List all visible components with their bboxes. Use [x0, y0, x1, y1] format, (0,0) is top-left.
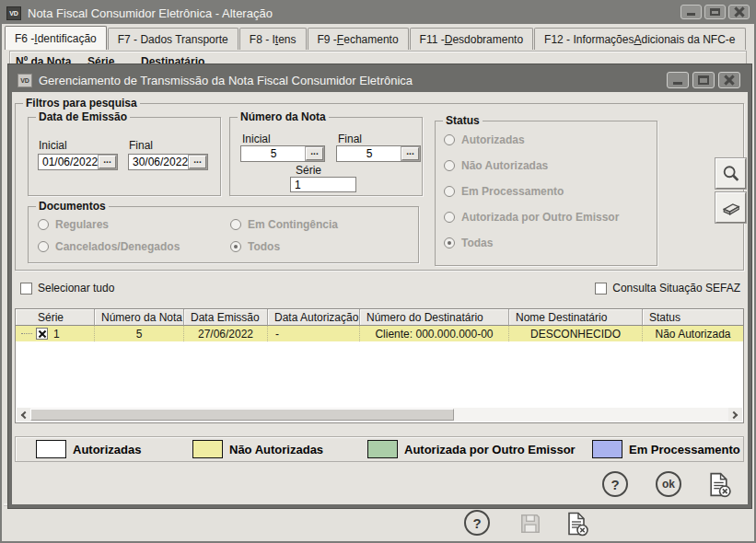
note-initial-field[interactable]: 5 ... — [240, 145, 325, 162]
note-final-field[interactable]: 5 ... — [336, 145, 421, 162]
tab-itens[interactable]: F8 - Itens — [239, 28, 307, 50]
dialog-close-button[interactable] — [718, 72, 740, 88]
maximize-button[interactable] — [704, 5, 726, 19]
scroll-left-button[interactable] — [17, 408, 30, 422]
column-header-numero-nota[interactable]: Número da Nota — [95, 309, 184, 326]
document-x-icon — [705, 471, 732, 498]
dialog-help-button[interactable]: ? — [602, 471, 628, 497]
radio-selected-icon — [444, 237, 455, 248]
radio-icon — [444, 186, 455, 197]
status-group: Status Autorizadas Não Autorizadas Em Pr… — [435, 121, 657, 266]
cell-nome-destinatario: DESCONHECIDO — [509, 326, 643, 341]
radio-icon — [444, 212, 455, 223]
status-radio-autorizadas: Autorizadas — [444, 133, 525, 146]
documents-radio-todos: Todos — [230, 240, 280, 253]
main-bottom-toolbar: ? — [4, 505, 752, 539]
maximize-icon — [698, 75, 709, 85]
transmission-dialog: VD Gerenciamento de Transmissão da Nota … — [8, 64, 751, 508]
dialog-minimize-button[interactable] — [667, 72, 689, 88]
tab-bar: F6 - Identificação F7 - Dados Transporte… — [5, 26, 751, 50]
status-radio-todas: Todas — [444, 237, 493, 249]
dialog-ok-button[interactable]: ok — [656, 471, 681, 497]
legend-swatch-autorizada-outro-emissor — [367, 440, 398, 458]
column-header-data-emissao[interactable]: Data Emissão — [184, 309, 268, 326]
dialog-app-icon: VD — [17, 74, 32, 87]
floppy-disk-icon — [518, 512, 542, 536]
dialog-title: Gerenciamento de Transmissão da Nota Fis… — [39, 74, 413, 87]
series-label: Série — [296, 164, 321, 177]
cell-data-emissao: 27/06/2022 — [184, 326, 268, 341]
tab-fechamento[interactable]: F9 - Fechamento — [308, 28, 409, 50]
search-button[interactable] — [715, 158, 746, 189]
cancel-document-button[interactable] — [562, 510, 591, 537]
clear-button[interactable] — [715, 192, 746, 223]
series-field[interactable]: 1 — [290, 177, 356, 192]
radio-icon — [444, 134, 455, 145]
emission-final-picker-button[interactable]: ... — [189, 156, 206, 168]
screen: VD Nota Fiscal Consumidor Eletrônica - A… — [0, 0, 756, 543]
help-button[interactable]: ? — [464, 510, 490, 536]
table-header: Série Número da Nota Data Emissão Data A… — [16, 309, 743, 326]
cell-serie: 1 — [16, 326, 95, 341]
emission-initial-field[interactable]: 01/06/2022 ... — [38, 154, 118, 170]
legend-swatch-nao-autorizadas — [192, 440, 223, 458]
chevron-right-icon — [730, 410, 738, 418]
horizontal-scrollbar[interactable] — [17, 408, 742, 422]
cell-status: Não Autorizada — [643, 326, 743, 341]
emission-initial-label: Inicial — [39, 139, 67, 152]
scroll-right-button[interactable] — [728, 408, 742, 422]
minimize-icon — [673, 82, 682, 85]
minimize-button[interactable] — [680, 5, 702, 19]
column-header-nome-destinatario[interactable]: Nome Destinatário — [509, 309, 643, 326]
tree-expand-dots-icon — [21, 333, 32, 334]
minimize-icon — [687, 13, 695, 16]
search-icon — [721, 164, 741, 184]
select-all-checkbox[interactable] — [20, 283, 32, 295]
note-final-picker-button[interactable]: ... — [401, 147, 419, 160]
eraser-icon — [721, 198, 741, 218]
documents-radio-cancelados-denegados: Cancelados/Denegados — [38, 240, 180, 253]
note-number-group-title: Número da Nota — [238, 110, 329, 123]
dialog-cancel-document-button[interactable] — [704, 470, 733, 498]
maximize-icon — [710, 8, 720, 16]
radio-icon — [444, 160, 455, 171]
status-radio-autorizada-outro-emissor: Autorizada por Outro Emissor — [444, 211, 619, 224]
note-initial-picker-button[interactable]: ... — [306, 147, 323, 160]
tab-informacoes-adicionais[interactable]: F12 - Informações Adicionais da NFC-e — [534, 28, 745, 50]
note-initial-label: Inicial — [242, 133, 271, 145]
dialog-maximize-button[interactable] — [692, 72, 715, 88]
column-header-numero-destinatario[interactable]: Número do Destinatário — [360, 309, 509, 326]
column-header-data-autorizacao[interactable]: Data Autorização — [268, 309, 360, 326]
documents-radio-regulares: Regulares — [38, 218, 109, 231]
scrollbar-thumb[interactable] — [30, 409, 454, 421]
status-radio-em-processamento: Em Processamento — [444, 185, 564, 198]
emission-final-field[interactable]: 30/06/2022 ... — [128, 154, 208, 170]
sefaz-label: Consulta Situação SEFAZ — [612, 282, 740, 295]
select-all-label: Selecionar tudo — [38, 282, 114, 295]
tab-dados-transporte[interactable]: F7 - Dados Transporte — [108, 28, 238, 50]
emission-initial-picker-button[interactable]: ... — [99, 156, 116, 168]
note-number-group: Número da Nota Inicial 5 ... Final 5 ...… — [229, 117, 423, 196]
table-row[interactable]: 1 5 27/06/2022 - Cliente: 000.000.000-00… — [16, 326, 743, 341]
document-x-icon — [564, 511, 589, 537]
close-button[interactable] — [728, 5, 750, 19]
cell-numero-destinatario: Cliente: 000.000.000-00 — [360, 326, 509, 341]
column-header-status[interactable]: Status — [643, 309, 743, 326]
status-group-title: Status — [443, 114, 483, 127]
legend-label-nao-autorizadas: Não Autorizadas — [229, 443, 323, 456]
emission-date-group-title: Data de Emissão — [36, 110, 130, 123]
tab-identificacao[interactable]: F6 - Identificação — [5, 26, 107, 50]
sefaz-checkbox[interactable] — [595, 283, 607, 295]
row-checkbox-checked[interactable] — [36, 328, 48, 340]
radio-icon — [38, 241, 49, 252]
save-button-disabled — [516, 510, 545, 537]
main-window-titlebar: VD Nota Fiscal Consumidor Eletrônica - A… — [2, 2, 754, 24]
emission-final-label: Final — [129, 139, 153, 152]
tab-desdobramento[interactable]: F11 - Desdobramento — [410, 28, 534, 50]
sefaz-checkbox-row: Consulta Situação SEFAZ — [595, 282, 740, 295]
main-window-title: Nota Fiscal Consumidor Eletrônica - Alte… — [28, 6, 273, 20]
app-icon: VD — [6, 6, 21, 20]
column-header-serie[interactable]: Série — [16, 309, 95, 326]
status-color-legend: Autorizadas Não Autorizadas Autorizada p… — [15, 436, 744, 462]
dialog-titlebar: VD Gerenciamento de Transmissão da Nota … — [12, 68, 748, 92]
